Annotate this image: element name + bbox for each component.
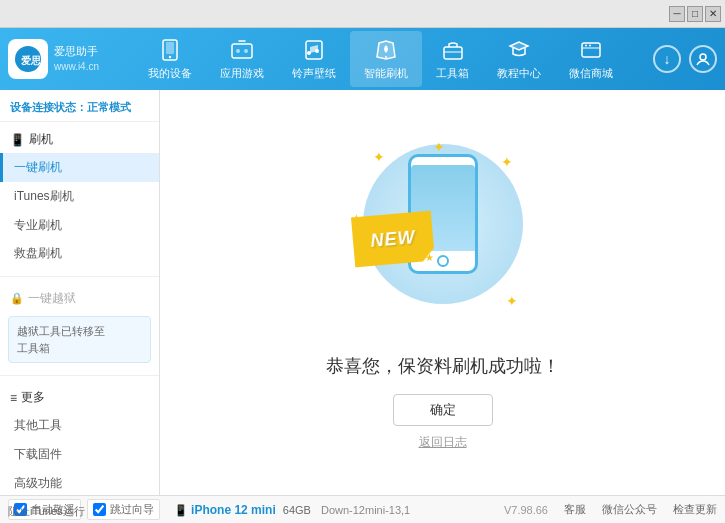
sidebar-item-download-firmware[interactable]: 下载固件 bbox=[0, 440, 159, 469]
content-area: ✦ ✦ ✦ ✦ NEW ★ ★ 恭喜您，保资料刷机成功啦！ 确定 返回日志 bbox=[160, 90, 725, 495]
sidebar-item-one-key-flash[interactable]: 一键刷机 bbox=[0, 153, 159, 182]
svg-point-16 bbox=[589, 45, 591, 47]
maximize-button[interactable]: □ bbox=[687, 6, 703, 22]
success-title: 恭喜您，保资料刷机成功啦！ bbox=[326, 354, 560, 378]
logo-text: 爱思助手 www.i4.cn bbox=[54, 44, 99, 73]
lock-icon: 🔒 bbox=[10, 292, 24, 305]
more-section-label: 更多 bbox=[21, 389, 45, 406]
skip-wizard-group: 跳过向导 bbox=[87, 499, 160, 520]
star-bottom: ★ bbox=[425, 252, 434, 263]
nav-ringtone[interactable]: 铃声壁纸 bbox=[278, 31, 350, 87]
download-button[interactable]: ↓ bbox=[653, 45, 681, 73]
device-info: 📱 iPhone 12 mini 64GB bbox=[174, 503, 311, 517]
version-info: V7.98.66 bbox=[504, 504, 548, 516]
jailbreak-section-label: 一键越狱 bbox=[28, 290, 76, 307]
svg-point-15 bbox=[585, 45, 587, 47]
svg-point-9 bbox=[307, 51, 311, 55]
sidebar-section-flash: 📱 刷机 一键刷机 iTunes刷机 专业刷机 救盘刷机 bbox=[0, 122, 159, 272]
svg-rect-12 bbox=[444, 47, 462, 59]
sidebar-item-other-tools[interactable]: 其他工具 bbox=[0, 411, 159, 440]
sparkle-1: ✦ bbox=[373, 149, 385, 165]
nav-smart-shop-label: 智能刷机 bbox=[364, 66, 408, 81]
home-button bbox=[437, 255, 449, 267]
nav-items: 我的设备 应用游戏 铃声壁纸 bbox=[108, 31, 653, 87]
itunes-status-text: 阻止iTunes运行 bbox=[8, 505, 85, 517]
connection-status: 设备连接状态：正常模式 bbox=[0, 94, 159, 122]
logo-icon: 爱思 bbox=[8, 39, 48, 79]
device-name: iPhone 12 mini bbox=[191, 503, 276, 517]
svg-text:爱思: 爱思 bbox=[21, 55, 42, 66]
logo-area: 爱思 爱思助手 www.i4.cn bbox=[8, 39, 108, 79]
flash-section-label: 刷机 bbox=[29, 131, 53, 148]
status-label: 设备连接状态： bbox=[10, 101, 87, 113]
svg-point-6 bbox=[236, 49, 240, 53]
back-link[interactable]: 返回日志 bbox=[419, 434, 467, 451]
svg-point-7 bbox=[244, 49, 248, 53]
close-button[interactable]: ✕ bbox=[705, 6, 721, 22]
nav-app-game[interactable]: 应用游戏 bbox=[206, 31, 278, 87]
sidebar-section-more: ≡ 更多 其他工具 下载固件 高级功能 bbox=[0, 380, 159, 495]
device-model: Down-12mini-13,1 bbox=[321, 504, 410, 516]
bottom-bar: 自动敬遥 跳过向导 📱 iPhone 12 mini 64GB Down-12m… bbox=[0, 495, 725, 523]
nav-app-label: 应用游戏 bbox=[220, 66, 264, 81]
sparkle-3: ✦ bbox=[501, 154, 513, 170]
skip-wizard-checkbox[interactable] bbox=[93, 503, 106, 516]
logo-name: 爱思助手 bbox=[54, 44, 99, 59]
phone-nav-icon bbox=[157, 37, 183, 63]
more-section-header: ≡ 更多 bbox=[0, 384, 159, 411]
sidebar-section-jailbreak: 🔒 一键越狱 越狱工具已转移至工具箱 bbox=[0, 281, 159, 371]
top-nav: 爱思 爱思助手 www.i4.cn 我的设备 bbox=[0, 28, 725, 90]
bottom-right: V7.98.66 客服 微信公众号 检查更新 bbox=[504, 502, 717, 517]
jailbreak-notice: 越狱工具已转移至工具箱 bbox=[8, 316, 151, 363]
svg-rect-3 bbox=[166, 42, 174, 54]
nav-wechat-shop[interactable]: 微信商城 bbox=[555, 31, 627, 87]
user-button[interactable] bbox=[689, 45, 717, 73]
nav-toolbox-label: 工具箱 bbox=[436, 66, 469, 81]
toolbox-icon bbox=[440, 37, 466, 63]
sidebar-item-pro-flash[interactable]: 专业刷机 bbox=[0, 211, 159, 240]
window-controls: ─ □ ✕ bbox=[669, 6, 721, 22]
svg-point-10 bbox=[315, 49, 319, 53]
svg-point-17 bbox=[700, 54, 706, 60]
wechat-public-link[interactable]: 微信公众号 bbox=[602, 502, 657, 517]
sidebar-item-itunes-flash[interactable]: iTunes刷机 bbox=[0, 182, 159, 211]
logo-url: www.i4.cn bbox=[54, 60, 99, 74]
nav-tutorial-label: 教程中心 bbox=[497, 66, 541, 81]
minimize-button[interactable]: ─ bbox=[669, 6, 685, 22]
phone-sidebar-icon: 📱 bbox=[10, 133, 25, 147]
device-phone-icon: 📱 bbox=[174, 504, 191, 516]
sidebar: 设备连接状态：正常模式 📱 刷机 一键刷机 iTunes刷机 专业刷机 救盘刷机 bbox=[0, 90, 160, 495]
nav-tutorial[interactable]: 教程中心 bbox=[483, 31, 555, 87]
svg-point-4 bbox=[169, 56, 171, 58]
jailbreak-section-header: 🔒 一键越狱 bbox=[0, 285, 159, 312]
status-value: 正常模式 bbox=[87, 101, 131, 113]
jailbreak-notice-text: 越狱工具已转移至工具箱 bbox=[17, 325, 105, 354]
more-icon: ≡ bbox=[10, 391, 17, 405]
skip-wizard-label: 跳过向导 bbox=[110, 502, 154, 517]
sidebar-item-advanced[interactable]: 高级功能 bbox=[0, 469, 159, 495]
sparkle-4: ✦ bbox=[506, 293, 518, 309]
tutorial-icon bbox=[506, 37, 532, 63]
sparkle-2: ✦ bbox=[433, 139, 445, 155]
flash-section-header: 📱 刷机 bbox=[0, 126, 159, 153]
divider-1 bbox=[0, 276, 159, 277]
nav-my-device[interactable]: 我的设备 bbox=[134, 31, 206, 87]
check-update-link[interactable]: 检查更新 bbox=[673, 502, 717, 517]
sidebar-item-save-flash[interactable]: 救盘刷机 bbox=[0, 239, 159, 268]
ringtone-icon bbox=[301, 37, 327, 63]
app-game-icon bbox=[229, 37, 255, 63]
itunes-status: 阻止iTunes运行 bbox=[8, 504, 85, 519]
divider-2 bbox=[0, 375, 159, 376]
title-bar: ─ □ ✕ bbox=[0, 0, 725, 28]
new-badge: NEW bbox=[350, 211, 434, 268]
svg-point-11 bbox=[385, 56, 387, 58]
confirm-button[interactable]: 确定 bbox=[393, 394, 493, 426]
success-illustration: ✦ ✦ ✦ ✦ NEW ★ ★ bbox=[343, 134, 543, 334]
wechat-shop-icon bbox=[578, 37, 604, 63]
svg-rect-5 bbox=[232, 44, 252, 58]
nav-toolbox[interactable]: 工具箱 bbox=[422, 31, 483, 87]
star-left: ★ bbox=[351, 212, 362, 226]
customer-service-link[interactable]: 客服 bbox=[564, 502, 586, 517]
device-storage: 64GB bbox=[283, 504, 311, 516]
nav-smart-shop[interactable]: 智能刷机 bbox=[350, 31, 422, 87]
